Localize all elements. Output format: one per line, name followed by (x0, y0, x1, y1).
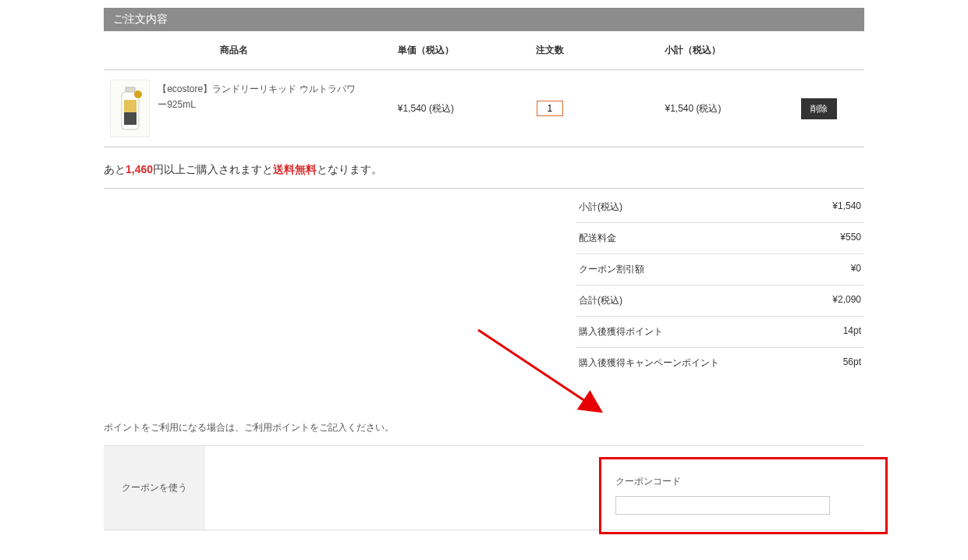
coupon-highlight-box: クーポンコード (599, 457, 888, 534)
product-name: 【ecostore】ランドリーリキッド ウルトラパワー925mL (158, 80, 357, 113)
coupon-input[interactable] (615, 496, 830, 515)
totals-label: 購入後獲得ポイント (579, 325, 663, 338)
coupon-section-label: クーポンを使う (104, 446, 205, 530)
cart-table: 商品名 単価（税込） 注文数 小計（税込） (104, 31, 864, 147)
unit-price: ¥1,540 (税込) (363, 70, 488, 147)
th-price: 単価（税込） (363, 31, 488, 70)
qty-input[interactable] (537, 101, 563, 116)
totals-label: 小計(税込) (579, 200, 622, 214)
svg-rect-3 (124, 112, 137, 125)
totals-label: クーポン割引額 (579, 263, 644, 276)
svg-point-4 (134, 90, 142, 98)
table-row: 【ecostore】ランドリーリキッド ウルトラパワー925mL ¥1,540 … (104, 70, 864, 147)
totals-value: ¥550 (840, 232, 861, 245)
totals-label: 合計(税込) (579, 294, 622, 307)
coupon-section: クーポンを使う クーポンコード (104, 445, 864, 530)
line-subtotal: ¥1,540 (税込) (612, 70, 774, 147)
totals-value: 56pt (843, 356, 861, 370)
svg-rect-2 (124, 100, 137, 112)
totals-block: 小計(税込)¥1,540 配送料金¥550 クーポン割引額¥0 合計(税込)¥2… (576, 192, 864, 378)
delete-button[interactable]: 削除 (801, 98, 837, 119)
free-shipping-note: あと1,460円以上ご購入されますと送料無料となります。 (104, 147, 864, 189)
totals-label: 配送料金 (579, 232, 616, 245)
th-qty: 注文数 (488, 31, 612, 70)
totals-value: ¥0 (851, 263, 861, 276)
coupon-field-label: クーポンコード (615, 475, 871, 488)
th-product: 商品名 (104, 31, 363, 70)
svg-rect-0 (126, 87, 135, 92)
point-note: ポイントをご利用になる場合は、ご利用ポイントをご記入ください。 (104, 421, 864, 434)
th-subtotal: 小計（税込） (612, 31, 774, 70)
totals-value: ¥1,540 (832, 200, 861, 214)
totals-value: ¥2,090 (832, 294, 861, 307)
totals-value: 14pt (843, 325, 861, 338)
section-header: ご注文内容 (104, 8, 864, 31)
product-thumbnail (110, 80, 150, 137)
totals-label: 購入後獲得キャンペーンポイント (579, 356, 719, 370)
